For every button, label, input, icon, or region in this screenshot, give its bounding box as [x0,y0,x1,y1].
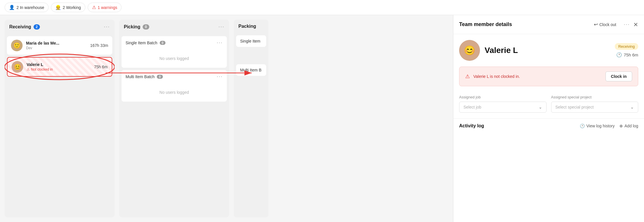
picking-multi-title-row: Multi Item Batch 0 [126,74,163,79]
valerie-time-value: 75h 6m [624,52,638,57]
picking-single-item-section: Single Item Batch 0 ··· No users logged [122,36,227,68]
clock-out-icon: ↩ [594,22,598,27]
maria-avatar-face: 🙂 [11,40,23,51]
clock-in-button[interactable]: Clock in [606,71,632,81]
receiving-title-row: Receiving 2 [9,24,40,30]
assigned-job-label: Assigned job [459,95,547,99]
packing-column: Packing Single Item Multi Item B [234,20,268,217]
main-layout: Receiving 2 ··· 🙂 Maria de las Me... Dev… [0,15,644,222]
history-icon: 🕐 [580,124,585,128]
detail-header: Team member details ↩ Clock out ··· ✕ [453,15,644,34]
add-log-label: Add log [625,124,638,128]
not-clocked-in-text: Not clocked in [31,67,53,71]
picking-single-title: Single Item Batch [126,41,157,45]
working-label: 2 Working [63,5,81,10]
packing-multi-section: Multi Item B [236,64,266,76]
valerie-name: Valerie L [27,62,91,67]
valerie-profile-badge: Receiving [615,43,638,50]
receiving-column: Receiving 2 ··· 🙂 Maria de las Me... Dev… [5,20,115,217]
picking-column-header: Picking 0 ··· [119,20,229,34]
picking-single-more[interactable]: ··· [217,40,223,46]
member-profile-row: 😊 Valerie L Receiving 🕐 75h 6m [453,34,644,64]
assigned-job-field: Assigned job Select job ⌄ [459,95,547,113]
profile-right: Receiving 🕐 75h 6m [615,43,638,58]
receiving-title: Receiving [9,24,31,30]
activity-section: Activity log 🕐 View log history ⊕ Add lo… [453,118,644,131]
warehouse-icon: 👤 [9,5,15,10]
top-bar: 👤 2 In warehouse 👷 2 Working ⚠ 1 warning… [0,0,644,15]
packing-single-title: Single Item [240,39,260,43]
picking-title-row: Picking 0 [124,24,149,30]
member-card-valerie[interactable]: 😊 Valerie L ⚠ Not clocked in 75h 6m [7,57,112,77]
maria-avatar: 🙂 [11,40,23,51]
valerie-avatar: 😊 [12,61,23,73]
add-log-button[interactable]: ⊕ Add log [619,124,638,128]
picking-single-header: Single Item Batch 0 ··· [122,36,227,49]
packing-column-header: Packing [234,20,268,33]
select-project-dropdown[interactable]: Select special project ⌄ [551,102,639,113]
packing-single-header: Single Item [236,35,266,47]
receiving-body: 🙂 Maria de las Me... Dev 167h 33m 😊 Vale… [5,34,115,217]
picking-badge: 0 [143,24,149,30]
maria-info: Maria de las Me... Dev [26,41,87,50]
packing-body: Single Item Multi Item B [234,33,268,217]
picking-multi-empty: No users logged [122,83,227,102]
detail-title: Team member details [459,21,512,27]
activity-actions: 🕐 View log history ⊕ Add log [580,124,638,128]
valerie-info: Valerie L ⚠ Not clocked in [27,62,91,71]
maria-name: Maria de las Me... [26,41,87,45]
activity-log-title: Activity log [459,123,484,129]
select-project-placeholder: Select special project [555,105,594,109]
packing-single-section: Single Item [236,35,266,47]
member-card-maria[interactable]: 🙂 Maria de las Me... Dev 167h 33m [7,36,112,55]
picking-multi-header: Multi Item Batch 0 ··· [122,70,227,83]
packing-multi-header: Multi Item B [236,64,266,76]
select-job-placeholder: Select job [463,105,481,109]
not-clocked-in-icon: ⚠ [27,67,30,71]
columns-panel: Receiving 2 ··· 🙂 Maria de las Me... Dev… [0,15,453,222]
receiving-column-header: Receiving 2 ··· [5,20,115,34]
activity-header: Activity log 🕐 View log history ⊕ Add lo… [459,123,638,129]
receiving-more-button[interactable]: ··· [104,24,110,30]
clock-out-label: Clock out [599,22,616,27]
valerie-profile-avatar: 😊 [459,40,480,61]
select-project-chevron: ⌄ [630,105,634,109]
packing-multi-title: Multi Item B [240,68,262,72]
detail-panel: Team member details ↩ Clock out ··· ✕ 😊 … [453,15,644,222]
view-log-label: View log history [586,124,615,128]
detail-more-button[interactable]: ··· [624,21,630,27]
receiving-badge: 2 [34,24,40,30]
detail-close-button[interactable]: ✕ [633,21,638,28]
assigned-project-label: Assigned special project [551,95,639,99]
warning-banner: ⚠ Valerie L is not clocked in. Clock in [459,67,638,86]
working-chip[interactable]: 👷 2 Working [51,3,85,12]
warnings-label: 1 warnings [98,5,117,10]
valerie-profile-face: 😊 [459,40,480,61]
picking-multi-more[interactable]: ··· [217,74,223,80]
maria-sub: Dev [26,46,87,50]
warning-icon: ⚠ [92,5,96,10]
picking-single-badge: 0 [160,41,165,45]
banner-warning-icon: ⚠ [465,73,470,80]
picking-more-button[interactable]: ··· [218,24,225,30]
in-warehouse-label: 2 In warehouse [16,5,44,10]
view-log-history-button[interactable]: 🕐 View log history [580,124,615,128]
valerie-avatar-face: 😊 [12,61,23,73]
maria-time: 167h 33m [90,43,108,48]
picking-single-empty: No users logged [122,49,227,68]
clock-out-button[interactable]: ↩ Clock out [590,20,620,29]
picking-column: Picking 0 ··· Single Item Batch 0 ··· No… [119,20,229,217]
in-warehouse-chip[interactable]: 👤 2 In warehouse [5,3,49,12]
packing-title: Packing [238,24,256,29]
picking-multi-title: Multi Item Batch [126,74,154,79]
picking-multi-item-section: Multi Item Batch 0 ··· No users logged [122,70,227,102]
banner-warning-text: Valerie L is not clocked in. [473,74,602,79]
time-clock-icon: 🕐 [616,52,622,58]
detail-header-actions: ↩ Clock out ··· ✕ [590,20,638,29]
assigned-section: Assigned job Select job ⌄ Assigned speci… [453,89,644,115]
select-job-dropdown[interactable]: Select job ⌄ [459,102,547,113]
add-log-icon: ⊕ [619,124,623,128]
valerie-profile-name: Valerie L [485,46,610,55]
picking-multi-badge: 0 [157,75,163,79]
warnings-chip[interactable]: ⚠ 1 warnings [88,3,122,12]
